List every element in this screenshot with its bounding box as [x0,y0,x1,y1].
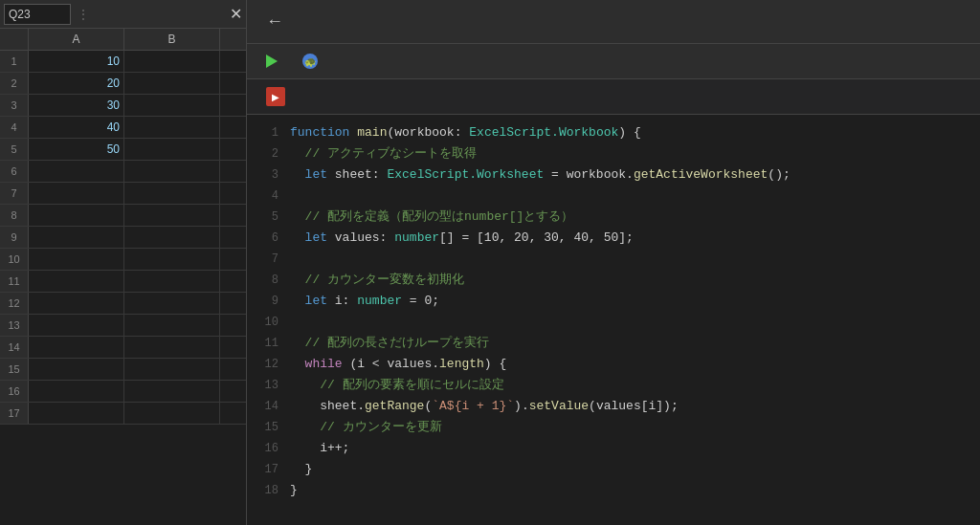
code-line: 3 let sheet: ExcelScript.Worksheet = wor… [247,164,980,186]
line-number: 15 [247,417,290,438]
line-content: // 配列の長さだけループを実行 [290,333,980,354]
line-number: 16 [247,438,290,459]
line-number: 4 [247,186,290,207]
cell-b[interactable] [124,271,220,292]
run-button[interactable] [266,55,283,68]
col-header-b: B [124,29,220,50]
line-number: 13 [247,375,290,396]
close-icon[interactable]: ✕ [230,5,242,23]
row-number: 1 [0,51,29,72]
table-row[interactable]: 1 10 [0,51,246,73]
line-content: // 配列を定義（配列の型はnumber[]とする） [290,207,980,228]
cell-a[interactable] [29,249,124,270]
line-number: 11 [247,333,290,354]
cell-a[interactable]: 20 [29,73,124,94]
cell-a[interactable]: 40 [29,117,124,138]
table-row[interactable]: 8 [0,205,246,227]
table-row[interactable]: 6 [0,161,246,183]
cell-a[interactable] [29,227,124,248]
table-row[interactable]: 17 [0,403,246,425]
code-line: 4 [247,186,980,207]
table-row[interactable]: 16 [0,381,246,403]
cell-a[interactable] [29,337,124,358]
cell-b[interactable] [124,161,220,182]
cell-b[interactable] [124,293,220,314]
cell-b[interactable] [124,73,220,94]
line-number: 6 [247,228,290,249]
cell-a[interactable] [29,271,124,292]
table-row[interactable]: 9 [0,227,246,249]
cell-a[interactable]: 10 [29,51,124,72]
cell-a[interactable] [29,359,124,380]
code-line: 14 sheet.getRange(`A${i + 1}`).setValue(… [247,396,980,417]
row-number: 15 [0,359,29,380]
save-icon: 🐢 [302,54,318,69]
cell-a[interactable] [29,205,124,226]
row-number: 14 [0,337,29,358]
cell-b[interactable] [124,183,220,204]
table-row[interactable]: 12 [0,293,246,315]
code-line: 16 i++; [247,438,980,459]
code-line: 5 // 配列を定義（配列の型はnumber[]とする） [247,207,980,228]
code-line: 1function main(workbook: ExcelScript.Wor… [247,122,980,143]
formula-bar: ⋮ ✕ [0,0,246,29]
row-number: 11 [0,271,29,292]
col-header-a: A [29,29,124,50]
cell-b[interactable] [124,381,220,402]
back-button[interactable]: ← [266,11,283,32]
code-line: 15 // カウンターを更新 [247,417,980,438]
script-name-bar: ▶ [247,79,980,115]
line-content: sheet.getRange(`A${i + 1}`).setValue(val… [290,396,980,417]
cell-b[interactable] [124,337,220,358]
table-row[interactable]: 4 40 [0,117,246,139]
cell-b[interactable] [124,139,220,160]
line-number: 14 [247,396,290,417]
table-row[interactable]: 10 [0,249,246,271]
line-number: 3 [247,164,290,186]
row-number: 12 [0,293,29,314]
cell-b[interactable] [124,403,220,424]
save-button[interactable]: 🐢 [302,54,323,69]
row-num-header [0,29,29,50]
cell-b[interactable] [124,117,220,138]
table-row[interactable]: 5 50 [0,139,246,161]
run-icon [266,55,278,68]
grid-body: 1 10 2 20 3 30 4 40 5 50 6 7 8 [0,51,246,525]
row-number: 8 [0,205,29,226]
code-editor[interactable]: 1function main(workbook: ExcelScript.Wor… [247,115,980,525]
cell-a[interactable] [29,381,124,402]
code-line: 7 [247,249,980,270]
table-row[interactable]: 14 [0,337,246,359]
cell-b[interactable] [124,227,220,248]
cell-a[interactable] [29,403,124,424]
table-row[interactable]: 11 [0,271,246,293]
cell-a[interactable] [29,161,124,182]
cell-a[interactable]: 50 [29,139,124,160]
cell-b[interactable] [124,205,220,226]
cell-b[interactable] [124,51,220,72]
cell-b[interactable] [124,315,220,336]
table-row[interactable]: 15 [0,359,246,381]
line-number: 9 [247,291,290,312]
cell-a[interactable] [29,183,124,204]
line-number: 1 [247,122,290,143]
line-content: while (i < values.length) { [290,354,980,375]
line-number: 8 [247,270,290,291]
cell-b[interactable] [124,249,220,270]
cell-a[interactable] [29,315,124,336]
table-row[interactable]: 13 [0,315,246,337]
cell-b[interactable] [124,359,220,380]
code-line: 9 let i: number = 0; [247,291,980,312]
line-content: // 配列の要素を順にセルに設定 [290,375,980,396]
name-box[interactable] [4,4,71,25]
cell-a[interactable]: 30 [29,95,124,116]
cell-b[interactable] [124,95,220,116]
code-line: 17 } [247,459,980,480]
line-content: let i: number = 0; [290,291,980,312]
cell-a[interactable] [29,293,124,314]
line-content: // カウンター変数を初期化 [290,270,980,291]
row-number: 16 [0,381,29,402]
table-row[interactable]: 7 [0,183,246,205]
table-row[interactable]: 2 20 [0,73,246,95]
table-row[interactable]: 3 30 [0,95,246,117]
